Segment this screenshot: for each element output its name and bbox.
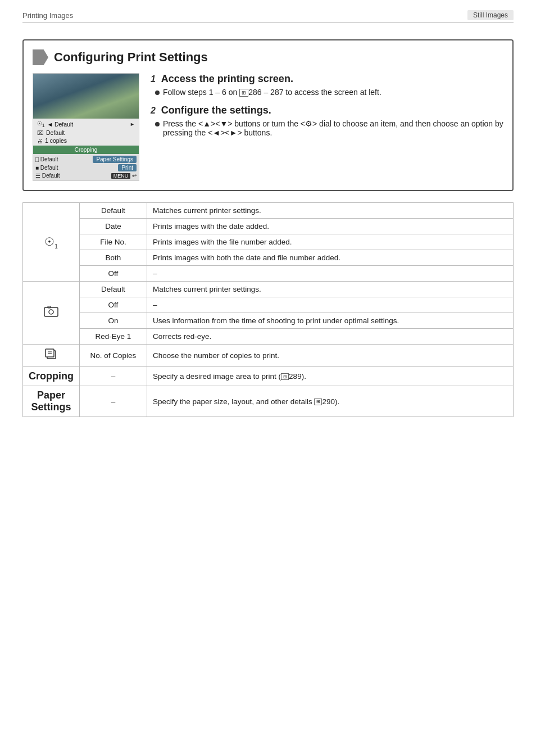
desc-redeye: Corrects red-eye. — [147, 329, 513, 345]
title-icon — [33, 49, 48, 65]
left-item-3: ☰ Default — [35, 173, 60, 179]
option-fileno: File No. — [79, 234, 147, 250]
table-row: Red-Eye 1 Corrects red-eye. — [23, 329, 514, 345]
menu-icon-2: ⌧ — [37, 130, 44, 136]
table-row: ☉1 Default Matches current printer setti… — [23, 203, 514, 219]
icon-cell-cropping: Cropping — [23, 367, 80, 386]
option-paper: – — [79, 386, 147, 417]
option-both: Both — [79, 250, 147, 266]
desc-off-2: – — [147, 297, 513, 313]
option-cropping: – — [79, 367, 147, 386]
paper-settings-btn[interactable]: Paper Settings — [93, 156, 137, 163]
table-row: No. of Copies Choose the number of copie… — [23, 345, 514, 367]
screenshot-box: ☉1 ◄ Default ► ⌧ Default 🖨 1 copies Crop… — [33, 73, 139, 181]
desc-date: Prints images with the date added. — [147, 219, 513, 234]
left-item-2: ■ Default — [35, 165, 58, 171]
icon-cell-photo — [23, 282, 80, 345]
table-row: Both Prints images with both the date an… — [23, 250, 514, 266]
option-date: Date — [79, 219, 147, 234]
icon-cell-copies — [23, 345, 80, 367]
screenshot-image — [33, 74, 139, 119]
option-on: On — [79, 313, 147, 329]
cropping-btn[interactable]: Cropping — [33, 146, 139, 154]
desc-both: Prints images with both the date and fil… — [147, 250, 513, 266]
table-row: Default Matches current printer settings… — [23, 282, 514, 297]
option-default-2: Default — [79, 282, 147, 297]
option-off-1: Off — [79, 266, 147, 282]
instructions: 1 Access the printing screen. Follow ste… — [151, 73, 503, 181]
settings-table: ☉1 Default Matches current printer setti… — [22, 202, 514, 417]
table-row: Off – — [23, 266, 514, 282]
table-row: Cropping – Specify a desired image area … — [23, 367, 514, 386]
left-item-1: ⎕ Default — [35, 156, 58, 162]
menu-btn[interactable]: MENU ↩ — [111, 173, 137, 179]
main-box: Configuring Print Settings ☉1 ◄ Default … — [22, 39, 514, 191]
section-title: Configuring Print Settings — [33, 49, 503, 65]
table-row: Off – — [23, 297, 514, 313]
option-default-1: Default — [79, 203, 147, 219]
table-row: PaperSettings – Specify the paper size, … — [23, 386, 514, 417]
desc-fileno: Prints images with the file number added… — [147, 234, 513, 250]
desc-default-1: Matches current printer settings. — [147, 203, 513, 219]
step-2-body: Press the <▲><▼> buttons or turn the <⚙>… — [163, 119, 503, 137]
step-1: 1 Access the printing screen. Follow ste… — [151, 73, 503, 97]
step-2-title: Configure the settings. — [161, 105, 271, 116]
page-header: Printing Images Still Images — [22, 11, 514, 22]
svg-rect-0 — [44, 307, 58, 316]
desc-copies: Choose the number of copies to print. — [147, 345, 513, 367]
desc-paper: Specify the paper size, layout, and othe… — [147, 386, 513, 417]
step-2: 2 Configure the settings. Press the <▲><… — [151, 105, 503, 137]
step-1-body: Follow steps 1 – 6 on ⊞286 – 287 to acce… — [163, 88, 381, 97]
desc-default-2: Matches current printer settings. — [147, 282, 513, 297]
table-row: On Uses information from the time of sho… — [23, 313, 514, 329]
table-row: File No. Prints images with the file num… — [23, 234, 514, 250]
menu-icon-3: 🖨 — [37, 138, 43, 144]
step-1-title: Access the printing screen. — [161, 73, 293, 84]
breadcrumb: Printing Images — [22, 11, 73, 20]
step-1-number: 1 — [151, 74, 156, 84]
desc-off-1: – — [147, 266, 513, 282]
svg-point-1 — [49, 310, 53, 314]
desc-cropping: Specify a desired image area to print (⊞… — [147, 367, 513, 386]
menu-icon-1: ☉1 — [37, 120, 45, 128]
desc-on: Uses information from the time of shooti… — [147, 313, 513, 329]
table-row: Date Prints images with the date added. — [23, 219, 514, 234]
svg-rect-4 — [46, 349, 54, 357]
still-images-badge: Still Images — [467, 10, 514, 20]
print-btn[interactable]: Print — [118, 164, 137, 171]
option-copies: No. of Copies — [79, 345, 147, 367]
step-2-number: 2 — [151, 106, 156, 115]
section-title-text: Configuring Print Settings — [54, 50, 208, 65]
option-redeye: Red-Eye 1 — [79, 329, 147, 345]
option-off-2: Off — [79, 297, 147, 313]
icon-cell-paper: PaperSettings — [23, 386, 80, 417]
icon-cell-date: ☉1 — [23, 203, 80, 282]
